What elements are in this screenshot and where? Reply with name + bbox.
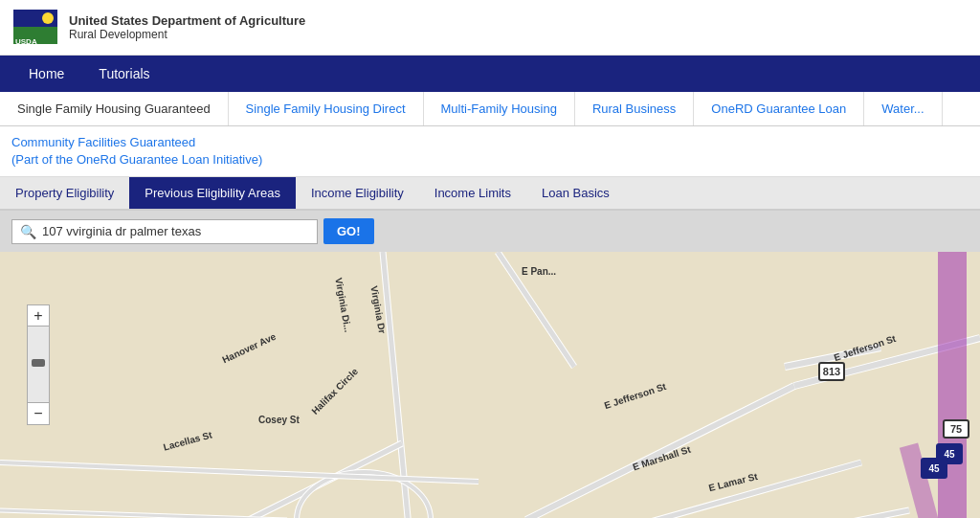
org-title: United States Department of Agriculture (69, 13, 305, 28)
header: USDA United States Department of Agricul… (0, 0, 980, 56)
tab-ord[interactable]: OneRD Guarantee Loan (694, 92, 864, 125)
org-subtitle: Rural Development (69, 28, 305, 41)
tab-sfhd[interactable]: Single Family Housing Direct (229, 92, 424, 125)
subnav-loan-basics[interactable]: Loan Basics (526, 177, 625, 209)
community-link[interactable]: Community Facilities Guaranteed (Part of… (0, 126, 980, 177)
subnav-income-elig[interactable]: Income Eligibility (296, 177, 419, 209)
map-svg (0, 252, 980, 518)
svg-text:USDA: USDA (15, 37, 37, 46)
sign-45-2: 45 (921, 458, 947, 479)
usda-logo: USDA (11, 8, 59, 48)
search-input[interactable] (42, 224, 301, 238)
search-icon: 🔍 (20, 224, 36, 239)
search-input-wrap: 🔍 (11, 219, 318, 244)
zoom-out-button[interactable]: − (28, 403, 49, 424)
tab-bar: Single Family Housing Guaranteed Single … (0, 92, 980, 126)
community-line2: (Part of the OneRd Guarantee Loan Initia… (11, 152, 262, 167)
tab-mfh[interactable]: Multi-Family Housing (424, 92, 575, 125)
svg-point-3 (42, 12, 54, 24)
map-container[interactable]: + − Virginia Dr Virginia Di... Hanover A… (0, 252, 980, 518)
subnav-prop-elig[interactable]: Property Eligibility (0, 177, 129, 209)
zoom-handle (32, 359, 45, 367)
svg-rect-5 (0, 252, 980, 518)
sign-813: 813 (818, 362, 845, 381)
subnav-income-limits[interactable]: Income Limits (419, 177, 526, 209)
sub-nav: Property Eligibility Previous Eligibilit… (0, 177, 980, 211)
community-line1: Community Facilities Guaranteed (11, 135, 195, 149)
nav-bar: Home Tutorials (0, 56, 980, 92)
label-epan: E Pan... (522, 266, 556, 277)
zoom-controls: + − (27, 304, 50, 425)
label-cosey: Cosey St (258, 415, 300, 425)
tab-water[interactable]: Water... (864, 92, 942, 125)
nav-tutorials[interactable]: Tutorials (81, 56, 167, 92)
tab-sfhg[interactable]: Single Family Housing Guaranteed (0, 92, 229, 125)
logo-text: United States Department of Agriculture … (69, 13, 305, 41)
go-button[interactable]: GO! (323, 218, 374, 244)
search-bar: 🔍 GO! (0, 211, 980, 252)
subnav-prev-elig[interactable]: Previous Eligibility Areas (129, 177, 296, 209)
logo-area: USDA United States Department of Agricul… (11, 8, 305, 48)
sign-75: 75 (943, 419, 969, 439)
nav-home[interactable]: Home (11, 56, 81, 92)
zoom-in-button[interactable]: + (28, 305, 49, 327)
tab-rb[interactable]: Rural Business (575, 92, 694, 125)
zoom-slider[interactable] (28, 327, 49, 403)
